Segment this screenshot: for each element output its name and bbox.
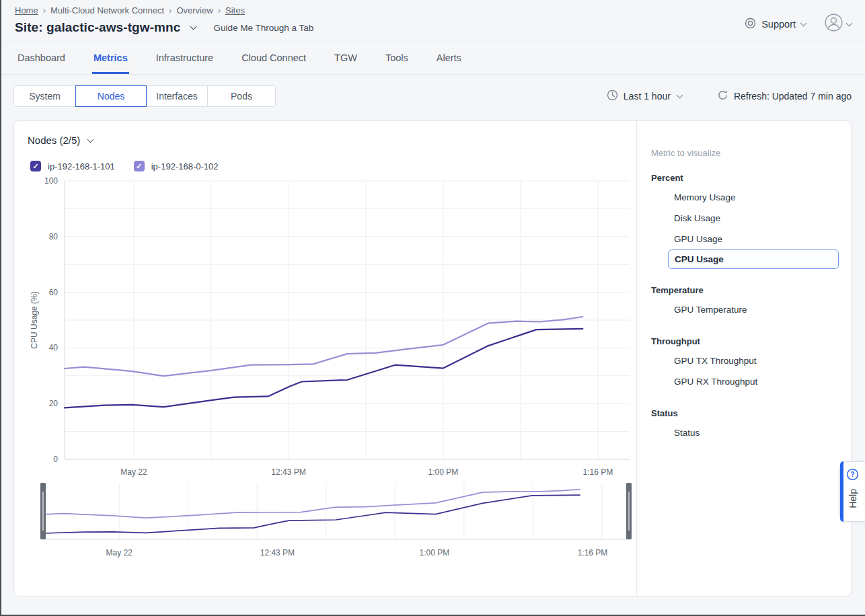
tab-cloud-connect[interactable]: Cloud Connect	[240, 42, 307, 74]
legend-checkbox-icon: ✓	[134, 161, 145, 171]
main-tabs: DashboardMetricsInfrastructureCloud Conn…	[0, 42, 865, 75]
svg-text:1:16 PM: 1:16 PM	[583, 467, 613, 477]
metric-item-gpu-tx-throughput[interactable]: GPU TX Throughput	[674, 350, 839, 371]
metric-item-gpu-rx-throughput[interactable]: GPU RX Throughput	[674, 371, 839, 392]
tab-infrastructure[interactable]: Infrastructure	[155, 42, 215, 74]
page-header: Home›Multi-Cloud Network Connect›Overvie…	[0, 0, 865, 42]
metric-list: PercentMemory UsageDisk UsageGPU UsageCP…	[651, 173, 839, 443]
svg-text:100: 100	[44, 177, 58, 186]
support-icon	[745, 17, 756, 31]
refresh-icon	[717, 89, 728, 103]
tab-tools[interactable]: Tools	[384, 42, 410, 74]
breadcrumb-separator: ›	[218, 5, 221, 15]
time-range-chevron-icon	[676, 92, 683, 99]
chart-brush-navigator[interactable]: May 2212:43 PM1:00 PM1:16 PM	[28, 481, 636, 559]
svg-text:12:43 PM: 12:43 PM	[271, 467, 305, 477]
guide-me-link[interactable]: Guide Me Through a Tab	[213, 23, 313, 33]
legend-checkbox-icon: ✓	[30, 161, 41, 171]
nodes-panel: Nodes (2/5) ✓ip-192-168-1-101✓ip-192-168…	[13, 120, 852, 596]
chart-legend: ✓ip-192-168-1-101✓ip-192-168-0-102	[30, 161, 636, 171]
metric-scope-tabs: SystemNodesInterfacesPods	[13, 85, 276, 107]
account-menu[interactable]	[825, 13, 852, 34]
subtab-interfaces[interactable]: Interfaces	[147, 85, 207, 107]
metric-group-temperature: Temperature	[651, 285, 839, 295]
metric-group-throughput: Throughput	[651, 336, 839, 346]
metric-item-gpu-usage[interactable]: GPU Usage	[674, 229, 839, 249]
svg-text:1:16 PM: 1:16 PM	[578, 548, 608, 557]
cpu-usage-chart: 020406080100CPU Usage (%)May 2212:43 PM1…	[28, 177, 636, 481]
metric-item-status[interactable]: Status	[674, 422, 839, 443]
svg-text:12:43 PM: 12:43 PM	[260, 548, 295, 557]
chart-area: 020406080100CPU Usage (%)May 2212:43 PM1…	[28, 177, 636, 559]
svg-text:May 22: May 22	[106, 548, 133, 557]
brush-handle-left[interactable]	[40, 483, 46, 539]
breadcrumb-item-multi-cloud-network-connect: Multi-Cloud Network Connect	[50, 5, 164, 15]
metric-sidebar: Metric to visualize PercentMemory UsageD…	[636, 121, 851, 596]
metric-item-disk-usage[interactable]: Disk Usage	[674, 208, 839, 229]
breadcrumb: Home›Multi-Cloud Network Connect›Overvie…	[15, 5, 313, 15]
metric-item-memory-usage[interactable]: Memory Usage	[674, 187, 839, 208]
tab-tgw[interactable]: TGW	[333, 42, 359, 74]
legend-label: ip-192-168-0-102	[151, 161, 219, 171]
sidebar-title: Metric to visualize	[651, 148, 839, 158]
support-label: Support	[761, 19, 796, 30]
svg-text:?: ?	[850, 470, 854, 478]
svg-text:1:00 PM: 1:00 PM	[419, 548, 449, 557]
subtab-pods[interactable]: Pods	[207, 85, 276, 107]
svg-text:80: 80	[49, 232, 59, 241]
breadcrumb-separator: ›	[43, 5, 46, 15]
svg-text:1:00 PM: 1:00 PM	[428, 467, 459, 477]
metric-group-status: Status	[651, 408, 839, 418]
svg-text:60: 60	[49, 288, 59, 297]
controls-row: SystemNodesInterfacesPods Last 1 hour Re…	[13, 85, 852, 107]
clock-icon	[607, 89, 618, 103]
metric-item-gpu-temperature[interactable]: GPU Temperature	[674, 299, 839, 320]
breadcrumb-item-overview: Overview	[176, 5, 213, 15]
help-button[interactable]: ? Help	[839, 461, 865, 522]
page-title: Site: galactic-aws-tgw-mnc	[15, 20, 180, 35]
subtab-nodes[interactable]: Nodes	[75, 85, 147, 107]
tab-metrics[interactable]: Metrics	[92, 42, 129, 74]
metric-item-cpu-usage[interactable]: CPU Usage	[668, 249, 839, 269]
help-label: Help	[848, 489, 858, 508]
time-range-selector[interactable]: Last 1 hour	[607, 89, 682, 103]
support-chevron-icon	[800, 20, 807, 26]
subtab-system[interactable]: System	[13, 85, 75, 107]
tab-alerts[interactable]: Alerts	[435, 42, 463, 74]
tab-dashboard[interactable]: Dashboard	[16, 42, 67, 74]
legend-label: ip-192-168-1-101	[48, 161, 115, 171]
breadcrumb-item-sites[interactable]: Sites	[225, 5, 245, 15]
metric-group-percent: Percent	[651, 173, 839, 183]
breadcrumb-separator: ›	[169, 5, 172, 15]
panel-collapse-chevron-icon[interactable]	[87, 136, 94, 143]
legend-item-ip-192-168-0-102[interactable]: ✓ip-192-168-0-102	[134, 161, 219, 171]
question-icon: ?	[846, 468, 859, 484]
brush-handle-right[interactable]	[626, 483, 632, 539]
panel-title: Nodes (2/5)	[28, 134, 80, 146]
svg-text:May 22: May 22	[120, 467, 147, 477]
breadcrumb-item-home[interactable]: Home	[15, 5, 38, 15]
refresh-button[interactable]: Refresh: Updated 7 min ago	[717, 89, 852, 103]
time-range-label: Last 1 hour	[624, 91, 671, 102]
refresh-label: Refresh: Updated 7 min ago	[734, 91, 852, 102]
svg-text:20: 20	[49, 399, 59, 408]
legend-item-ip-192-168-1-101[interactable]: ✓ip-192-168-1-101	[30, 161, 115, 171]
avatar-icon	[825, 13, 843, 34]
svg-text:CPU Usage (%): CPU Usage (%)	[30, 291, 39, 348]
site-dropdown-chevron-icon[interactable]	[190, 24, 197, 30]
svg-text:0: 0	[53, 455, 58, 464]
account-chevron-icon	[846, 20, 853, 26]
window-edge-left	[0, 0, 1, 616]
svg-text:40: 40	[49, 343, 59, 352]
support-menu[interactable]: Support	[745, 17, 806, 31]
